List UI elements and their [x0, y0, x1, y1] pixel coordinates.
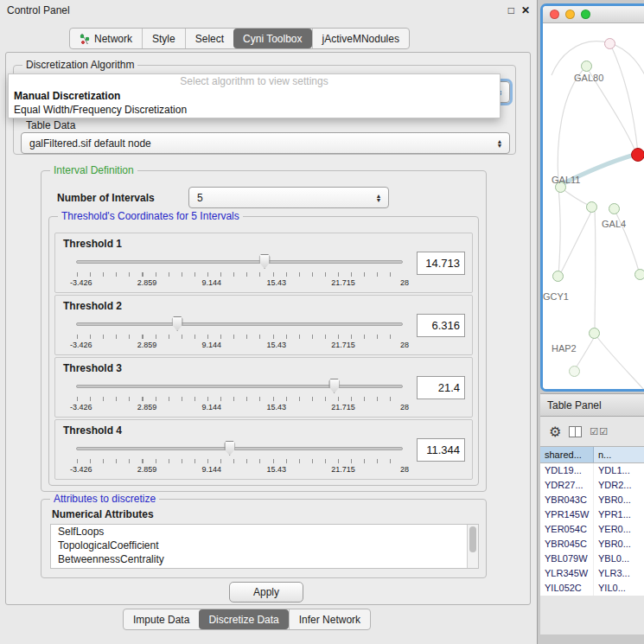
- network-node[interactable]: [552, 271, 564, 282]
- traffic-light-icon[interactable]: [581, 10, 590, 19]
- network-canvas[interactable]: GAL80GAL11GAL4GCY1HAP2: [543, 23, 644, 391]
- threshold-value-field[interactable]: 14.713: [417, 252, 465, 275]
- network-node[interactable]: [586, 201, 597, 213]
- list-item[interactable]: SelfLoops: [51, 525, 478, 539]
- table-row[interactable]: YBL079W YBL0...: [540, 552, 644, 566]
- close-icon[interactable]: ✕: [521, 4, 530, 16]
- column-header-shared[interactable]: shared...: [540, 447, 594, 462]
- popup-menu-item[interactable]: Manual Discretization: [9, 89, 500, 103]
- numerical-attributes-list[interactable]: SelfLoopsTopologicalCoefficientBetweenne…: [50, 524, 479, 569]
- cell-shared-name: YLR345W: [540, 566, 594, 581]
- scale-tick-label: -3.426: [70, 341, 92, 349]
- column-header-name[interactable]: n...: [594, 447, 644, 462]
- checkbox-icons[interactable]: ☑☑: [590, 426, 609, 437]
- traffic-light-icon[interactable]: [565, 10, 575, 19]
- network-node[interactable]: [581, 61, 592, 72]
- bottom-tab[interactable]: Discretize Data: [199, 609, 288, 629]
- apply-button[interactable]: Apply: [229, 582, 303, 603]
- popup-menu-item[interactable]: Equal Width/Frequency Discretization: [9, 103, 500, 117]
- threshold-label: Threshold 2: [63, 300, 122, 312]
- cell-name: YDL1...: [594, 463, 644, 478]
- table-row[interactable]: YPR145W YPR1...: [540, 507, 644, 522]
- network-node[interactable]: [609, 203, 620, 214]
- cell-name: YBR0...: [594, 493, 644, 507]
- slider-track[interactable]: [76, 322, 403, 326]
- cell-name: YPR1...: [594, 507, 644, 522]
- threshold-value-field[interactable]: 11.344: [417, 438, 465, 462]
- slider-track[interactable]: [76, 447, 403, 450]
- slider-thumb[interactable]: [172, 316, 183, 331]
- gear-icon[interactable]: ⚙: [549, 424, 561, 440]
- scale-tick-label: 9.144: [202, 278, 222, 287]
- slider-thumb[interactable]: [224, 441, 235, 456]
- slider-thumb[interactable]: [328, 379, 340, 393]
- list-item[interactable]: TopologicalCoefficient: [51, 539, 478, 552]
- cell-shared-name: YDL19...: [540, 463, 594, 478]
- column-split-icon[interactable]: [569, 426, 582, 437]
- top-tab[interactable]: jActiveMNodules: [312, 29, 409, 48]
- traffic-light-icon[interactable]: [550, 10, 559, 19]
- table-row[interactable]: YDL19... YDL1...: [540, 463, 644, 478]
- table-rows: YDL19... YDL1... YDR27... YDR2... YBR043…: [540, 463, 644, 596]
- number-of-intervals-value: 5: [197, 192, 203, 204]
- network-node[interactable]: [604, 38, 615, 49]
- vertical-scrollbar[interactable]: [467, 525, 478, 568]
- slider-track[interactable]: [76, 260, 403, 264]
- tab-label: Discretize Data: [208, 614, 278, 626]
- network-node[interactable]: [569, 366, 580, 377]
- table-data-combobox[interactable]: galFiltered.sif default node ▲▼: [21, 132, 510, 154]
- tab-label: Cyni Toolbox: [243, 33, 302, 45]
- interval-definition-group: Interval Definition Number of Intervals …: [41, 170, 487, 492]
- top-tab[interactable]: Network: [70, 29, 142, 48]
- threshold-slider[interactable]: -3.426 2.859 9.144 15.43 21.715 28: [76, 254, 403, 290]
- scrollbar-thumb[interactable]: [469, 526, 476, 552]
- threshold-slider[interactable]: -3.426 2.859 9.144 15.43 21.715 28: [76, 316, 403, 353]
- slider-scale: -3.426 2.859 9.144 15.43 21.715 28: [70, 403, 409, 411]
- table-row[interactable]: YBR045C YBR0...: [540, 537, 644, 552]
- scale-tick-label: 28: [400, 278, 409, 287]
- threshold-slider[interactable]: -3.426 2.859 9.144 15.43 21.715 28: [76, 441, 403, 477]
- network-node[interactable]: [634, 269, 644, 280]
- scale-tick-label: 2.859: [137, 278, 157, 287]
- slider-track[interactable]: [76, 385, 403, 388]
- scale-tick-label: 28: [400, 403, 409, 411]
- cell-name: YBL0...: [594, 552, 644, 566]
- cell-name: YDR2...: [594, 478, 644, 493]
- table-row[interactable]: YLR345W YLR3...: [540, 566, 644, 581]
- threshold-value-field[interactable]: 6.316: [417, 314, 465, 337]
- top-tab[interactable]: Style: [142, 29, 185, 48]
- network-node[interactable]: [631, 148, 644, 162]
- attributes-group: Attributes to discretize Numerical Attri…: [41, 499, 487, 578]
- slider-ticks: [77, 459, 402, 463]
- table-row[interactable]: YDR27... YDR2...: [540, 478, 644, 493]
- network-node[interactable]: [589, 328, 600, 339]
- float-window-icon[interactable]: □: [508, 4, 514, 16]
- table-row[interactable]: YIL052C YIL0...: [540, 581, 644, 596]
- list-item[interactable]: BetweennessCentrality: [51, 552, 478, 566]
- table-data-value: galFiltered.sif default node: [29, 137, 151, 150]
- numerical-attributes-label: Numerical Attributes: [52, 508, 154, 520]
- scale-tick-label: 15.43: [266, 341, 286, 349]
- scale-tick-label: 28: [400, 465, 409, 474]
- scale-tick-label: 21.715: [331, 341, 355, 349]
- threshold-value-field[interactable]: 21.4: [417, 376, 465, 399]
- scale-tick-label: 2.859: [137, 403, 157, 411]
- table-row[interactable]: YER054C YER0...: [540, 522, 644, 537]
- tab-label: Infer Network: [299, 614, 360, 626]
- scale-tick-label: 21.715: [331, 278, 355, 287]
- popup-placeholder: Select algorithm to view settings: [9, 74, 500, 89]
- bottom-tab[interactable]: Infer Network: [289, 609, 370, 629]
- slider-thumb[interactable]: [259, 254, 271, 269]
- scale-tick-label: 9.144: [202, 403, 222, 411]
- cell-name: YBR0...: [594, 537, 644, 552]
- threshold-label: Threshold 3: [63, 362, 122, 374]
- tab-label: jActiveMNodules: [322, 33, 399, 45]
- top-tab[interactable]: Cyni Toolbox: [233, 29, 311, 48]
- bottom-tab[interactable]: Impute Data: [124, 609, 199, 629]
- table-row[interactable]: YBR043C YBR0...: [540, 493, 644, 507]
- threshold-slider[interactable]: -3.426 2.859 9.144 15.43 21.715 28: [76, 379, 403, 415]
- control-panel-window: Control Panel □ ✕ Network Style Select C…: [0, 0, 538, 644]
- top-tab[interactable]: Select: [185, 29, 233, 48]
- cell-name: YLR3...: [594, 566, 644, 581]
- number-of-intervals-combobox[interactable]: 5 ▲▼: [188, 187, 389, 208]
